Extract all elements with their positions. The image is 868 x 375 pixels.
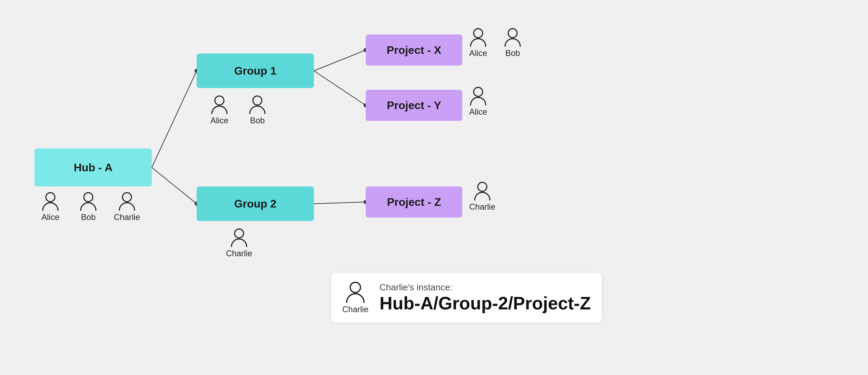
svg-line-0 — [152, 71, 197, 167]
project-y-label: Project - Y — [387, 99, 441, 112]
hub-node: Hub - A — [34, 148, 152, 186]
group2-member-charlie: Charlie — [226, 228, 252, 258]
project-y-member-alice: Alice — [469, 86, 487, 117]
svg-point-19 — [478, 182, 487, 191]
svg-line-2 — [314, 50, 366, 71]
instance-small-label: Charlie's instance: — [379, 282, 591, 293]
svg-point-11 — [84, 193, 93, 202]
svg-point-12 — [122, 193, 131, 202]
instance-box: Charlie Charlie's instance: Hub-A/Group-… — [331, 273, 602, 323]
svg-point-16 — [474, 29, 483, 38]
svg-point-13 — [215, 96, 224, 105]
svg-point-14 — [253, 96, 262, 105]
group1-bob-label: Bob — [250, 116, 265, 125]
project-x-member-alice: Alice — [469, 28, 487, 58]
svg-line-4 — [314, 202, 366, 204]
hub-member-alice: Alice — [41, 192, 59, 222]
project-z-charlie-label: Charlie — [469, 202, 495, 212]
hub-alice-label: Alice — [41, 212, 59, 222]
group2-label: Group 2 — [234, 198, 277, 210]
group1-label: Group 1 — [234, 65, 277, 77]
group2-node: Group 2 — [197, 186, 314, 221]
project-y-node: Project - Y — [366, 90, 462, 121]
hub-label: Hub - A — [74, 161, 113, 174]
instance-charlie-label: Charlie — [342, 305, 368, 314]
instance-person: Charlie — [342, 281, 368, 314]
project-x-bob-label: Bob — [505, 48, 520, 58]
project-z-member-charlie: Charlie — [469, 181, 495, 212]
project-y-alice-label: Alice — [469, 107, 487, 117]
group1-alice-label: Alice — [210, 116, 228, 125]
project-x-label: Project - X — [387, 44, 441, 57]
svg-point-15 — [235, 229, 244, 238]
project-x-alice-label: Alice — [469, 48, 487, 58]
instance-text: Charlie's instance: Hub-A/Group-2/Projec… — [379, 282, 591, 314]
project-x-member-bob: Bob — [504, 28, 522, 58]
svg-point-20 — [350, 282, 361, 292]
hub-charlie-label: Charlie — [114, 212, 140, 222]
project-z-label: Project - Z — [387, 196, 441, 209]
hub-bob-label: Bob — [81, 212, 96, 222]
group2-charlie-label: Charlie — [226, 249, 252, 258]
hub-member-bob: Bob — [79, 192, 97, 222]
project-z-node: Project - Z — [366, 186, 462, 218]
svg-line-1 — [152, 167, 197, 204]
diagram-container: Hub - A Alice Bob Charlie Group 1 — [0, 0, 868, 375]
group1-member-alice: Alice — [210, 95, 228, 125]
svg-line-3 — [314, 71, 366, 105]
svg-point-17 — [508, 29, 517, 38]
instance-large-label: Hub-A/Group-2/Project-Z — [379, 293, 591, 314]
svg-point-10 — [46, 193, 55, 202]
group1-member-bob: Bob — [248, 95, 266, 125]
group1-node: Group 1 — [197, 54, 314, 88]
hub-member-charlie: Charlie — [114, 192, 140, 222]
project-x-node: Project - X — [366, 35, 462, 66]
svg-point-18 — [474, 87, 483, 96]
